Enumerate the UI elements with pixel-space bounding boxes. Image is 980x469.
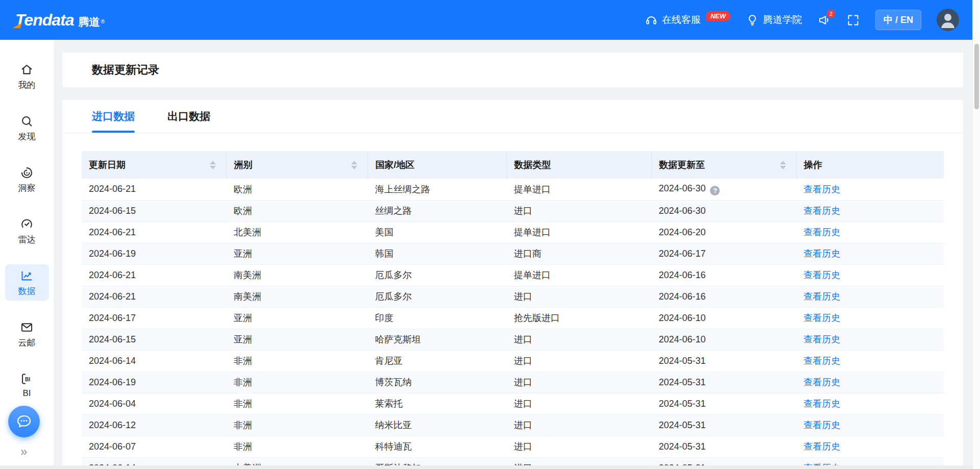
- view-history-link[interactable]: 查看历史: [803, 399, 840, 409]
- online-service-button[interactable]: 在线客服 NEW: [645, 13, 730, 27]
- view-history-link[interactable]: 查看历史: [803, 206, 840, 216]
- cell-action: 查看历史: [796, 179, 944, 200]
- sidebar-item-cloudmail[interactable]: 云邮: [5, 316, 49, 352]
- view-history-link[interactable]: 查看历史: [803, 313, 840, 323]
- sidebar-item-radar[interactable]: 雷达: [5, 213, 49, 249]
- sidebar-item-label: 云邮: [18, 337, 36, 349]
- sidebar-item-insight[interactable]: 洞察: [5, 161, 49, 198]
- brand-name-cn: 腾道: [79, 16, 100, 28]
- new-badge: NEW: [706, 11, 730, 21]
- cell-continent: 南美洲: [227, 286, 368, 307]
- topbar: Tendata 腾道 ® 在线客服 NEW 腾道学院 2 中 / EN: [0, 0, 972, 40]
- cell-region: 海上丝绸之路: [368, 179, 507, 200]
- cell-update-date: 2024-06-17: [82, 307, 227, 329]
- cell-continent: 非洲: [227, 372, 368, 393]
- updated-to-value: 2024-05-31: [658, 441, 705, 452]
- view-history-link[interactable]: 查看历史: [803, 441, 840, 452]
- academy-button[interactable]: 腾道学院: [746, 13, 802, 27]
- cell-updated-to: 2024-06-10: [651, 329, 796, 350]
- view-history-link[interactable]: 查看历史: [803, 270, 840, 280]
- cell-updated-to: 2024-06-30?: [651, 179, 796, 200]
- brand-logo[interactable]: Tendata 腾道 ®: [15, 12, 105, 28]
- updated-to-value: 2024-05-31: [658, 356, 705, 366]
- sidebar-item-label: 发现: [18, 131, 36, 142]
- cell-update-date: 2024-06-15: [82, 329, 227, 350]
- sidebar-collapse-toggle[interactable]: »: [20, 445, 27, 459]
- cell-action: 查看历史: [796, 243, 944, 264]
- cell-updated-to: 2024-05-31: [651, 372, 796, 393]
- sort-icon[interactable]: [351, 161, 357, 169]
- announcement-button[interactable]: 2: [817, 13, 831, 27]
- sort-icon[interactable]: [210, 161, 216, 169]
- cell-data-type: 进口: [507, 329, 652, 350]
- horizontal-scrollbar[interactable]: [0, 465, 972, 469]
- vertical-scrollbar: [972, 0, 980, 469]
- table-body: 2024-06-21欧洲海上丝绸之路提单进口2024-06-30?查看历史202…: [82, 179, 944, 469]
- chat-bubble-icon: [15, 412, 33, 431]
- sidebar-item-bi[interactable]: BI BI: [5, 367, 49, 402]
- sidebar-item-mine[interactable]: 我的: [5, 58, 49, 94]
- view-history-link[interactable]: 查看历史: [803, 356, 840, 366]
- cell-update-date: 2024-06-21: [82, 179, 227, 200]
- view-history-link[interactable]: 查看历史: [803, 227, 840, 237]
- table-row: 2024-06-21欧洲海上丝绸之路提单进口2024-06-30?查看历史: [82, 179, 944, 200]
- cell-data-type: 进口: [507, 286, 652, 307]
- sidebar-item-data[interactable]: 数据: [5, 264, 49, 301]
- language-toggle[interactable]: 中 / EN: [875, 10, 921, 30]
- cell-continent: 非洲: [227, 393, 368, 414]
- cell-update-date: 2024-06-15: [82, 200, 227, 221]
- table-row: 2024-06-14非洲肯尼亚进口2024-05-31查看历史: [82, 350, 944, 372]
- academy-label: 腾道学院: [763, 13, 802, 27]
- view-history-link[interactable]: 查看历史: [803, 291, 840, 302]
- table-row: 2024-06-04非洲莱索托进口2024-05-31查看历史: [82, 393, 944, 414]
- view-history-link[interactable]: 查看历史: [803, 249, 840, 259]
- sidebar-item-label: 洞察: [18, 182, 36, 194]
- view-history-link[interactable]: 查看历史: [803, 420, 840, 430]
- sidebar-item-discover[interactable]: 发现: [5, 110, 49, 146]
- cell-update-date: 2024-06-19: [82, 372, 227, 393]
- registered-mark: ®: [101, 16, 105, 28]
- fullscreen-button[interactable]: [846, 13, 860, 27]
- tab-import-data[interactable]: 进口数据: [92, 100, 135, 133]
- page-header: 数据更新记录: [62, 53, 963, 87]
- view-history-link[interactable]: 查看历史: [803, 377, 840, 387]
- updated-to-value: 2024-05-31: [658, 377, 705, 387]
- cell-action: 查看历史: [796, 436, 944, 457]
- cell-data-type: 提单进口: [507, 221, 652, 243]
- notification-count-badge: 2: [827, 10, 835, 18]
- cell-updated-to: 2024-05-31: [651, 436, 796, 457]
- cell-region: 韩国: [368, 243, 507, 264]
- sort-icon[interactable]: [780, 161, 786, 169]
- cell-continent: 北美洲: [227, 221, 368, 243]
- cell-region: 哈萨克斯坦: [368, 329, 507, 350]
- user-silhouette-icon: [938, 10, 958, 30]
- col-region: 国家/地区: [368, 151, 507, 179]
- data-chart-icon: [20, 269, 34, 283]
- updated-to-value: 2024-06-17: [658, 249, 705, 259]
- table-row: 2024-06-19非洲博茨瓦纳进口2024-05-31查看历史: [82, 372, 944, 393]
- sidebar-item-label: 数据: [18, 285, 36, 297]
- cell-updated-to: 2024-06-16: [651, 286, 796, 307]
- updated-to-value: 2024-05-31: [658, 420, 705, 430]
- table-header-row: 更新日期 洲别 国家/地区: [82, 151, 944, 179]
- bi-icon: BI: [20, 372, 34, 386]
- tab-export-data[interactable]: 出口数据: [167, 100, 210, 133]
- avatar[interactable]: [937, 9, 959, 31]
- cell-data-type: 提单进口: [507, 179, 652, 200]
- help-icon[interactable]: ?: [710, 186, 720, 195]
- view-history-link[interactable]: 查看历史: [803, 334, 840, 344]
- cell-action: 查看历史: [796, 329, 944, 350]
- col-label: 更新日期: [89, 159, 126, 171]
- chat-fab-button[interactable]: [8, 406, 40, 437]
- updated-to-value: 2024-06-20: [658, 227, 705, 237]
- cell-updated-to: 2024-06-20: [651, 221, 796, 243]
- cell-region: 肯尼亚: [368, 350, 507, 372]
- col-update-date: 更新日期: [82, 151, 227, 179]
- vertical-scrollbar-thumb[interactable]: [974, 44, 979, 109]
- table-row: 2024-06-15亚洲哈萨克斯坦进口2024-06-10查看历史: [82, 329, 944, 350]
- cell-action: 查看历史: [796, 350, 944, 372]
- col-label: 洲别: [234, 159, 252, 171]
- view-history-link[interactable]: 查看历史: [803, 184, 840, 194]
- cell-data-type: 进口: [507, 372, 652, 393]
- page-title: 数据更新记录: [92, 62, 159, 78]
